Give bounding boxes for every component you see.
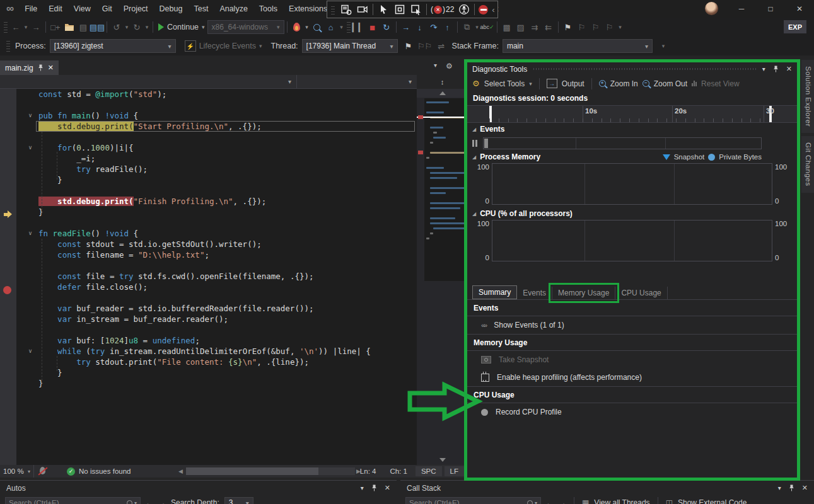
panel-close-icon[interactable]: ✕ [786,65,792,73]
show-flagged-threads-icon[interactable]: ⚐⚐ [419,39,431,53]
code-line[interactable]: var in_stream = buf_reader.reader(); [0,314,417,324]
search-next-icon[interactable]: → [158,498,166,504]
tab-close-icon[interactable]: ✕ [48,64,54,72]
collapse-triangle-icon[interactable]: ◢ [472,127,476,132]
code-line[interactable] [0,217,417,228]
code-line[interactable] [0,260,417,271]
platform-selector[interactable]: x86_64-windows▾ [207,20,284,34]
menu-tools[interactable]: Tools [253,0,283,18]
save-icon[interactable]: ▤ [76,20,90,34]
fold-marker[interactable]: ∨ [26,112,34,119]
outdent-icon[interactable]: ⇇ [542,20,555,34]
redo-icon[interactable]: ↻ [130,20,144,34]
horizontal-scrollbar[interactable]: ◀ ▶ [178,467,363,476]
code-line[interactable] [0,132,417,142]
pin-icon[interactable] [371,484,377,491]
code-line[interactable]: } [0,378,417,389]
show-next-statement-icon[interactable]: → [399,20,413,34]
tab-events[interactable]: Events [517,287,552,299]
code-line[interactable]: try stdout.print("File content: {s}\n", … [0,357,417,367]
fold-marker[interactable]: ∨ [26,229,34,237]
process-memory-section-header[interactable]: ◢ Process Memory Snapshot Private Bytes [467,151,797,163]
step-out-icon[interactable]: ↑ [441,20,455,34]
pause-events-icon[interactable] [472,140,477,147]
minimap[interactable] [424,98,468,281]
reset-view-button[interactable]: Reset View [701,79,739,88]
overlay-collapse-chevron[interactable]: ‹ [492,5,494,14]
stop-blocked-icon[interactable] [479,5,488,14]
eol-indicator[interactable]: LF [445,466,464,476]
menu-view[interactable]: View [68,0,96,18]
hot-reload-dropdown[interactable]: ▾ [304,20,310,34]
events-section-header[interactable]: ◢ Events [467,123,797,135]
call-stack-search-input[interactable]: Search (Ctrl+E) ▾ [405,497,541,504]
toolbar-options-chevron[interactable]: ▾ [338,20,346,34]
search-prev-icon[interactable]: ← [146,498,153,504]
issues-status[interactable]: No issues found [79,467,131,475]
code-line[interactable]: while (try in_stream.readUntilDelimiterO… [0,346,417,357]
code-line[interactable] [0,185,417,196]
toolbar-grip[interactable] [6,40,10,52]
next-bookmark-icon[interactable]: ⚐ [589,20,603,34]
autos-title-bar[interactable]: Autos ▾ ✕ [0,481,397,495]
tab-main-zig[interactable]: main.zig ✕ [0,60,59,75]
column-indicator[interactable]: Ch: 1 [384,466,413,476]
panel-dropdown-chevron[interactable]: ▾ [762,66,765,72]
toolbar-grip[interactable] [347,21,351,33]
thread-combobox[interactable]: [17936] Main Thread▾ [302,39,398,53]
restart-icon[interactable]: ↻ [380,20,393,34]
navbar-member-dropdown[interactable]: ▾ [296,75,417,88]
call-stack-title-bar[interactable]: Call Stack ▾ ✕ [400,481,814,495]
code-editor[interactable]: const std = @import("std");pub fn main()… [0,89,417,465]
redo-dropdown[interactable]: ▾ [144,20,150,34]
code-line[interactable]: var buf: [1024]u8 = undefined; [0,335,417,346]
code-line[interactable]: std.debug.print("Start Profiling.\n", .{… [0,121,417,132]
spaces-indicator[interactable]: SPC [416,466,442,476]
flag-icon[interactable]: ⚑ [402,39,416,53]
scrollbar-down-arrow[interactable] [417,455,468,465]
search-prev-icon[interactable]: ← [546,498,554,504]
code-line[interactable]: _=i; [0,153,417,164]
code-line[interactable]: pub fn main() !void { [0,110,417,121]
tab-summary[interactable]: Summary [472,285,517,299]
code-line[interactable]: const file = try std.fs.cwd().openFile(f… [0,271,417,282]
navbar-type-dropdown[interactable]: ▾ [0,75,296,88]
search-next-icon[interactable]: → [559,498,566,504]
menu-analyze[interactable]: Analyze [214,0,253,18]
collapse-triangle-icon[interactable]: ◢ [472,211,476,217]
continue-button[interactable]: Continue ▾ [156,23,207,32]
recording-count-badge[interactable]: (✕)22 [431,5,454,14]
memory-plot-area[interactable] [492,163,772,205]
panel-dropdown-chevron[interactable]: ▾ [361,484,364,491]
recorder-settings-icon[interactable] [340,3,352,16]
undo-dropdown[interactable]: ▾ [124,20,130,34]
cpu-section-header[interactable]: ◢ CPU (% of all processors) [467,207,797,220]
zoom-out-button[interactable]: Zoom Out [654,79,687,88]
cpu-plot-area[interactable] [492,220,772,261]
overlay-grip[interactable] [331,4,335,14]
comment-icon[interactable]: ▩ [500,20,514,34]
prev-bookmark-icon[interactable]: ⚐ [575,20,589,34]
video-camera-icon[interactable] [356,3,369,16]
bookmark-options-chevron[interactable]: ▾ [617,20,624,34]
code-line[interactable]: defer file.close(); [0,282,417,292]
code-line[interactable]: } [0,207,417,217]
toggle-current-thread-icon[interactable]: ⇌ [434,39,448,53]
break-all-icon[interactable]: ▎▎ [352,20,366,34]
code-line[interactable] [0,324,417,335]
toolbar-options-chevron[interactable]: ▾ [656,39,670,53]
menu-project[interactable]: Project [118,0,154,18]
code-line[interactable]: const stdout = std.io.getStdOut().writer… [0,239,417,249]
fold-marker[interactable]: ∨ [26,347,34,355]
zoom-level-dropdown[interactable]: 100 %▾ [0,465,34,478]
open-folder-icon[interactable] [62,20,76,34]
rail-tab-solution-explorer[interactable]: Solution Explorer [801,60,814,133]
menu-test[interactable]: Test [188,0,214,18]
events-swimlane[interactable] [483,137,762,149]
code-line[interactable]: fn readFile() !void { [0,228,417,239]
code-line[interactable]: const std = @import("std"); [0,89,417,100]
code-line[interactable]: std.debug.print("Finish Profiling.\n", .… [0,196,417,207]
code-line[interactable] [0,100,417,110]
breakpoint-icon[interactable] [3,286,11,294]
timeline-ruler[interactable]: 10s20s30 [467,105,797,123]
